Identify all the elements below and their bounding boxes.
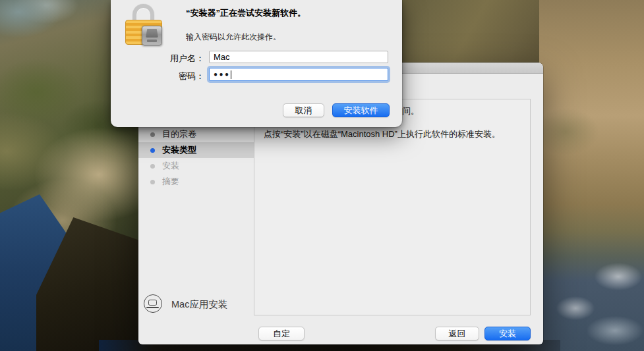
installer-badge-icon	[142, 26, 162, 45]
product-badge: Mac应用安装	[144, 294, 276, 317]
username-value: Mac	[214, 52, 230, 62]
install-software-button[interactable]: 安装软件	[332, 103, 390, 117]
installer-content-pane: 间。 点按“安装”以在磁盘“Macintosh HD”上执行此软件的标准安装。	[254, 99, 531, 315]
password-masked-dots: ●●●	[214, 71, 231, 78]
username-field[interactable]: Mac	[209, 51, 388, 63]
customize-button[interactable]: 自定	[258, 327, 305, 340]
text-caret	[231, 70, 232, 79]
cancel-button[interactable]: 取消	[283, 103, 324, 117]
sidebar-item-destination[interactable]: 目的宗卷	[138, 126, 254, 142]
install-instruction-text: 点按“安装”以在磁盘“Macintosh HD”上执行此软件的标准安装。	[264, 129, 525, 140]
password-label: 密码：	[113, 70, 204, 82]
step-bullet-icon	[150, 180, 155, 184]
installer-badge-slot-icon	[147, 40, 157, 42]
sidebar-item-label: 安装	[162, 160, 179, 172]
auth-dialog-title: “安装器”正在尝试安装新软件。	[186, 7, 394, 19]
sidebar-item-installation-type[interactable]: 安装类型	[138, 142, 254, 158]
space-note-partial-text: 间。	[402, 105, 419, 117]
go-back-button[interactable]: 返回	[435, 327, 479, 340]
installer-badge-detail-icon	[146, 29, 158, 38]
laptop-screen-icon	[148, 300, 157, 306]
install-button[interactable]: 安装	[484, 327, 531, 340]
auth-dialog: “安装器”正在尝试安装新软件。 输入密码以允许此次操作。 用户名： Mac 密码…	[111, 0, 402, 127]
password-field[interactable]: ●●●	[209, 68, 388, 81]
lock-icon	[125, 4, 163, 47]
step-bullet-icon	[150, 164, 155, 169]
username-label: 用户名：	[113, 53, 204, 65]
laptop-circle-icon	[144, 294, 162, 313]
sidebar-item-summary[interactable]: 摘要	[138, 174, 254, 190]
step-bullet-icon	[150, 132, 155, 137]
sidebar-item-installation[interactable]: 安装	[138, 158, 254, 174]
sidebar-item-label: 安装类型	[162, 144, 196, 156]
laptop-base-icon	[146, 307, 159, 308]
sidebar-item-label: 目的宗卷	[162, 128, 196, 140]
wallpaper-right-cliff-ocean	[539, 0, 644, 351]
sidebar-item-label: 摘要	[162, 176, 179, 188]
step-bullet-icon	[150, 148, 155, 153]
product-name-label: Mac应用安装	[171, 298, 227, 311]
auth-dialog-subtitle: 输入密码以允许此次操作。	[186, 32, 390, 43]
